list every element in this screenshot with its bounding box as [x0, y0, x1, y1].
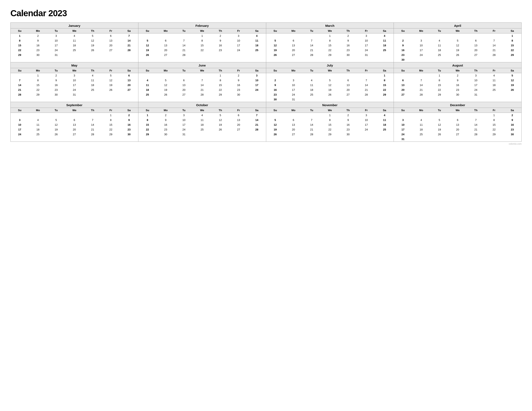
- week-row: 891011121314: [138, 118, 266, 122]
- day-cell: 30: [47, 92, 65, 97]
- day-cell: [467, 57, 485, 62]
- day-cell: 6: [175, 78, 193, 83]
- week-row: 2345678: [394, 38, 521, 43]
- day-header-sa: Sa: [376, 29, 394, 33]
- day-cell: 23: [448, 87, 467, 92]
- day-cell: 15: [321, 43, 339, 48]
- month-april: AprilSuMoTuWeThFrSa123456789101112131415…: [394, 23, 522, 62]
- week-row: 16171819202122: [266, 87, 394, 92]
- day-cell: [120, 92, 138, 97]
- day-header-we: We: [448, 108, 467, 113]
- day-cell: [412, 113, 430, 118]
- day-cell: 8: [29, 78, 47, 83]
- day-cell: 8: [321, 38, 339, 43]
- week-row: 567891011: [266, 118, 394, 122]
- day-cell: 11: [138, 83, 157, 87]
- day-cell: 7: [193, 78, 211, 83]
- day-cell: 25: [84, 87, 102, 92]
- week-row: 22232425262728: [138, 127, 266, 132]
- month-table-august: SuMoTuWeThFrSa12345678910111213141516171…: [394, 68, 521, 97]
- day-cell: [84, 113, 102, 118]
- day-cell: 18: [412, 127, 430, 132]
- day-cell: 6: [102, 33, 120, 38]
- day-header-mo: Mo: [156, 29, 175, 33]
- day-cell: 27: [448, 132, 467, 137]
- day-cell: 13: [284, 43, 303, 48]
- day-cell: 30: [394, 57, 412, 62]
- day-cell: 4: [65, 33, 84, 38]
- day-cell: 8: [211, 78, 229, 83]
- day-cell: 14: [303, 43, 321, 48]
- week-row: 1234567: [138, 113, 266, 118]
- day-header-we: We: [193, 68, 211, 73]
- week-row: 19202122232425: [138, 48, 266, 53]
- day-cell: 4: [84, 73, 102, 78]
- day-cell: 31: [284, 97, 303, 102]
- day-cell: 21: [120, 43, 138, 48]
- day-header-fr: Fr: [485, 108, 503, 113]
- day-cell: 23: [211, 48, 229, 53]
- day-cell: 13: [156, 43, 175, 48]
- day-cell: 16: [503, 122, 521, 127]
- day-header-fr: Fr: [229, 108, 248, 113]
- day-cell: 17: [284, 87, 303, 92]
- day-cell: 25: [138, 92, 157, 97]
- day-cell: 17: [47, 43, 65, 48]
- day-header-sa: Sa: [248, 29, 266, 33]
- day-cell: 7: [303, 118, 321, 122]
- day-cell: 5: [266, 38, 285, 43]
- week-row: 24252627282930: [394, 132, 521, 137]
- day-header-mo: Mo: [284, 29, 303, 33]
- day-cell: [430, 113, 449, 118]
- day-cell: 17: [357, 122, 376, 127]
- month-may: MaySuMoTuWeThFrSa12345678910111213141516…: [11, 62, 138, 102]
- day-cell: 23: [339, 48, 357, 53]
- week-row: 17181920212223: [11, 127, 138, 132]
- day-cell: 3: [412, 38, 430, 43]
- day-cell: [284, 33, 303, 38]
- day-cell: [284, 73, 303, 78]
- day-cell: 3: [357, 33, 376, 38]
- day-cell: 19: [266, 127, 285, 132]
- month-table-february: SuMoTuWeThFrSa12345678910111213141516171…: [138, 29, 266, 57]
- day-cell: [339, 97, 357, 102]
- day-cell: 27: [339, 92, 357, 97]
- day-cell: 18: [376, 43, 394, 48]
- week-row: 31: [394, 137, 521, 142]
- day-cell: 19: [266, 48, 285, 53]
- day-header-sa: Sa: [120, 108, 138, 113]
- day-header-su: Su: [11, 29, 29, 33]
- day-cell: 1: [321, 113, 339, 118]
- day-cell: 10: [284, 83, 303, 87]
- day-cell: 30: [29, 53, 47, 57]
- day-cell: 5: [430, 118, 449, 122]
- day-cell: 11: [84, 78, 102, 83]
- day-header-tu: Tu: [303, 68, 321, 73]
- day-cell: 5: [156, 78, 175, 83]
- day-cell: [357, 132, 376, 137]
- day-cell: 19: [156, 87, 175, 92]
- day-cell: [229, 132, 248, 137]
- day-cell: 6: [65, 118, 84, 122]
- day-cell: 9: [394, 43, 412, 48]
- day-cell: 29: [321, 132, 339, 137]
- day-cell: 25: [376, 127, 394, 132]
- day-cell: 1: [29, 73, 47, 78]
- day-cell: 19: [448, 48, 467, 53]
- day-header-su: Su: [138, 29, 157, 33]
- day-cell: 10: [47, 38, 65, 43]
- day-cell: 20: [102, 43, 120, 48]
- day-cell: 24: [47, 48, 65, 53]
- day-cell: 22: [485, 127, 503, 132]
- day-cell: 5: [102, 73, 120, 78]
- week-row: 1: [266, 73, 394, 78]
- week-row: 22232425262728: [11, 48, 138, 53]
- month-title-august: August: [394, 62, 521, 68]
- day-header-th: Th: [467, 68, 485, 73]
- day-cell: 22: [321, 48, 339, 53]
- day-cell: [485, 92, 503, 97]
- day-cell: [303, 33, 321, 38]
- day-cell: 18: [248, 43, 266, 48]
- day-cell: 27: [284, 132, 303, 137]
- day-cell: [156, 33, 175, 38]
